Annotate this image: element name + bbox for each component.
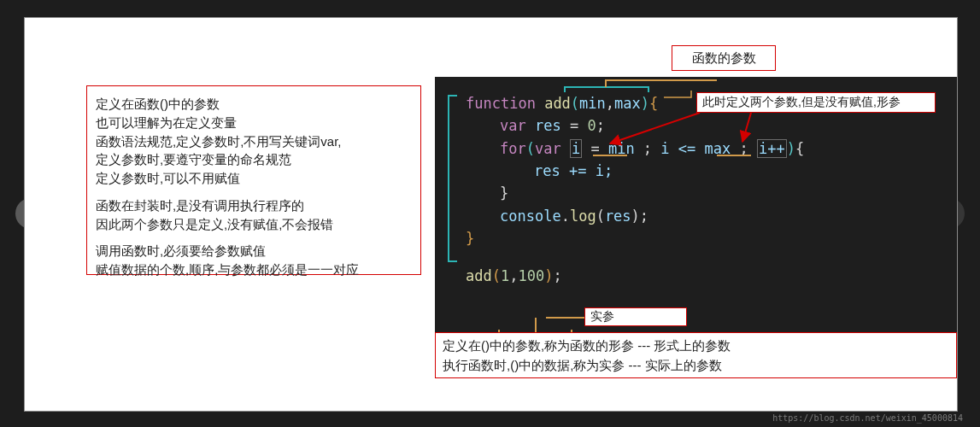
num-zero: 0 xyxy=(587,117,596,134)
actual-param-note: 实参 xyxy=(584,307,687,326)
slide-title: 函数的参数 xyxy=(692,50,756,67)
code-panel: function add(min,max){ var res = 0; for(… xyxy=(435,77,957,333)
id-res: res xyxy=(535,117,561,134)
param-min: min xyxy=(579,95,606,112)
code-line-7: } xyxy=(466,227,957,249)
code-line-3: for(var i = min ; i <= max ; i++){ xyxy=(466,137,957,160)
arg-100: 100 xyxy=(518,267,544,284)
id-console: console xyxy=(500,208,561,225)
fn-log: log xyxy=(570,208,596,225)
code-line-2: var res = 0; xyxy=(466,114,957,137)
param-max: max xyxy=(614,95,641,112)
fn-call-add: add xyxy=(466,267,492,284)
id-min-use: min xyxy=(608,140,635,157)
kw-function: function xyxy=(466,95,536,112)
kw-var: var xyxy=(500,117,526,134)
bottom-explanation-box: 定义在()中的参数,称为函数的形参 --- 形式上的参数 执行函数时,()中的数… xyxy=(435,332,957,378)
bottom-note-1: 定义在()中的参数,称为函数的形参 --- 形式上的参数 xyxy=(443,336,949,356)
id-max-use: max xyxy=(705,140,731,157)
slide-title-box: 函数的参数 xyxy=(672,45,776,71)
watermark: https://blog.csdn.net/weixin_45000814 xyxy=(772,413,963,423)
slide-card: 函数的参数 定义在函数()中的参数 也可以理解为在定义变量 函数语法规范,定义参… xyxy=(24,17,958,412)
kw-for: for xyxy=(500,140,526,157)
left-note-3: 调用函数时,必须要给参数赋值 赋值数据的个数,顺序,与参数都必须是一一对应 xyxy=(96,242,412,279)
id-i: i xyxy=(570,139,582,158)
bottom-note-2: 执行函数时,()中的数据,称为实参 --- 实际上的参数 xyxy=(443,356,949,376)
formal-param-note: 此时定义两个参数,但是没有赋值,形参 xyxy=(696,92,936,113)
code-line-6: console.log(res); xyxy=(466,205,957,227)
id-inc: i++ xyxy=(757,139,787,158)
left-note-2: 函数在封装时,是没有调用执行程序的 因此两个参数只是定义,没有赋值,不会报错 xyxy=(96,196,412,234)
left-note-1: 定义在函数()中的参数 也可以理解为在定义变量 函数语法规范,定义参数时,不用写… xyxy=(96,95,412,188)
code-line-5: } xyxy=(466,182,957,204)
fn-add: add xyxy=(544,95,571,112)
code-call-line: add(1,100); xyxy=(466,265,957,287)
arg-1: 1 xyxy=(501,267,509,284)
left-explanation-box: 定义在函数()中的参数 也可以理解为在定义变量 函数语法规范,定义参数时,不用写… xyxy=(86,85,421,275)
code-line-4: res += i; xyxy=(466,160,957,182)
